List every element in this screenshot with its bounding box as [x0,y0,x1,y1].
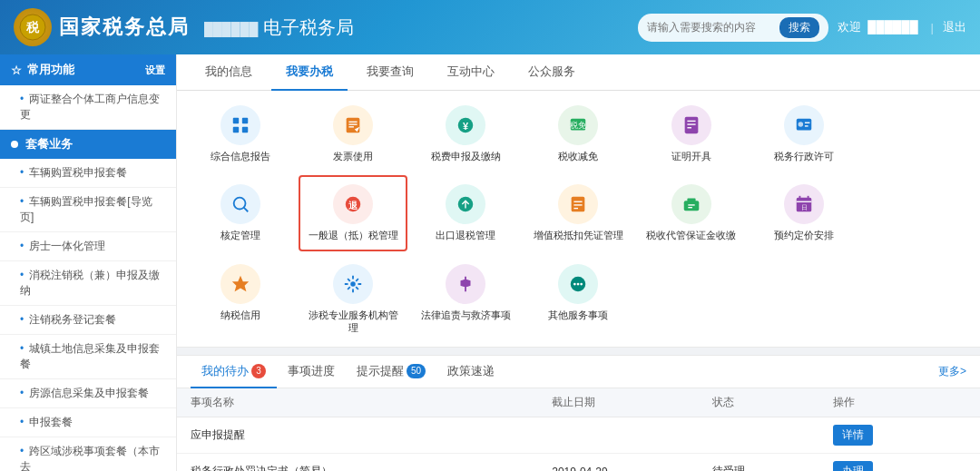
tax-deposit-label: 税收代管保证金收缴 [646,229,736,241]
svg-text:退: 退 [348,201,358,211]
todo-badge-reminder: 50 [407,364,426,378]
row2-name: 税务行政处罚决定书（简易） [177,454,538,471]
svg-rect-15 [684,117,698,133]
col-header-status: 状态 [699,388,819,417]
sidebar-item-vehicle2[interactable]: •车辆购置税申报套餐[导览页] [0,188,176,232]
row2-action-btn[interactable]: 办理 [833,461,873,471]
tab-my-info[interactable]: 我的信息 [191,54,267,91]
credit-icon [220,264,260,304]
svg-text:税: 税 [25,20,40,34]
service-export-refund[interactable]: 出口退税管理 [411,175,520,250]
sidebar-item-urban[interactable]: •城镇土地信息采集及申报套餐 [0,335,176,379]
todo-table: 事项名称 截止日期 状态 操作 应申报提醒 详情 [177,388,980,471]
row1-action-btn[interactable]: 详情 [833,425,873,446]
sidebar-section-package[interactable]: 套餐业务 [0,130,176,159]
service-tax-refund[interactable]: 退 一般退（抵）税管理 [299,175,407,250]
todo-badge-my: 3 [251,364,266,378]
service-cert[interactable]: 证明开具 [637,96,746,172]
service-legal[interactable]: 法律追责与救济事项 [411,255,520,344]
row1-date [538,417,699,454]
sidebar-item-vehicle1[interactable]: •车辆购置税申报套餐 [0,159,176,188]
service-agency[interactable]: 涉税专业服务机构管理 [299,255,407,344]
service-vat-mgmt[interactable]: 增值税抵扣凭证管理 [524,175,632,250]
service-credit[interactable]: 纳税信用 [186,255,295,344]
tax-deposit-icon [671,184,711,224]
service-verify[interactable]: 核定管理 [186,175,295,250]
sidebar-item-declare[interactable]: •申报套餐 [0,408,176,437]
verify-icon [220,184,260,224]
tab-public[interactable]: 公众服务 [514,54,590,91]
comprehensive-icon [220,105,260,145]
legal-label: 法律追责与救济事项 [421,309,511,321]
svg-point-45 [577,282,580,285]
credit-label: 纳税信用 [220,309,260,321]
invoice-icon [333,105,373,145]
sidebar: ☆ 常用功能 设置 •两证整合个体工商户信息变更 套餐业务 •车辆购置税申报套餐… [0,54,177,471]
bullet-icon: • [20,387,24,399]
sidebar-item-housing[interactable]: •房士一体化管理 [0,232,176,261]
tab-my-query[interactable]: 我要查询 [352,54,428,91]
bullet-icon: • [20,166,24,179]
bullet-icon: • [20,269,24,281]
logout-link[interactable]: 退出 [943,19,966,35]
service-appointment[interactable]: 日 预约定价安排 [750,175,858,250]
bullet-icon: • [20,93,24,105]
search-input[interactable] [647,21,774,34]
search-button[interactable]: 搜索 [779,17,819,38]
svg-point-46 [581,282,583,285]
row2-action: 办理 [819,454,980,471]
comprehensive-label: 综合信息报告 [211,150,270,162]
verify-label: 核定管理 [220,229,260,241]
permit-icon [784,105,824,145]
sidebar-item-cancel[interactable]: •注销税务登记套餐 [0,306,176,335]
more-link[interactable]: 更多> [938,364,966,379]
service-tax-deposit[interactable]: 税收代管保证金收缴 [637,175,746,250]
permit-label: 税务行政许可 [774,150,834,162]
row1-name: 应申报提醒 [177,417,538,454]
bullet-icon: • [20,240,24,252]
todo-tabs: 我的待办 3 事项进度 提示提醒 50 政策速递 更多> [177,356,980,388]
sidebar-star-icon: ☆ [11,64,22,77]
cert-label: 证明开具 [671,150,711,162]
logo-emblem: 税 [14,8,52,46]
service-invoice[interactable]: 发票使用 [299,96,407,172]
export-refund-icon [446,184,485,224]
todo-tab-policy[interactable]: 政策速递 [436,356,505,388]
package-label: 套餐业务 [25,136,73,152]
content-area: 我的信息 我要办税 我要查询 互动中心 公众服务 综合信息报告 [177,54,980,471]
svg-point-20 [798,122,803,127]
tax-reduce-label: 税收减免 [558,150,598,162]
tax-declare-label: 税费申报及缴纳 [431,150,501,162]
settings-link[interactable]: 设置 [145,64,165,77]
sidebar-section-common[interactable]: ☆ 常用功能 设置 [0,54,176,85]
service-permit[interactable]: 税务行政许可 [750,96,858,172]
invoice-label: 发票使用 [333,150,373,162]
svg-text:税免: 税免 [570,121,586,130]
bullet-icon: • [20,445,24,457]
tab-interaction[interactable]: 互动中心 [433,54,509,91]
bullet-icon: • [20,342,24,355]
search-box: 搜索 [638,14,828,42]
vat-label: 增值税抵扣凭证管理 [534,229,623,241]
todo-tab-my-todo[interactable]: 我的待办 3 [191,356,277,388]
todo-tab-progress[interactable]: 事项进度 [277,356,346,388]
service-tax-declare[interactable]: ¥ 税费申报及缴纳 [411,96,520,172]
svg-point-44 [573,282,576,285]
service-tax-reduce[interactable]: 税免 税收减免 [524,96,632,172]
svg-rect-33 [687,199,695,203]
sidebar-item-bizheng[interactable]: •两证整合个体工商户信息变更 [0,85,176,130]
col-header-name: 事项名称 [177,388,538,417]
nav-tabs: 我的信息 我要办税 我要查询 互动中心 公众服务 [177,54,980,91]
row2-status: 待受理 [699,454,819,471]
header-right: 搜索 欢迎 ██████ | 退出 [638,14,966,42]
sidebar-item-housing2[interactable]: •房源信息采集及申报套餐 [0,379,176,408]
service-other[interactable]: 其他服务事项 [524,255,632,344]
header-title: 国家税务总局 [59,14,190,41]
sidebar-item-consume[interactable]: •消税注销税（兼）申报及缴纳 [0,261,176,306]
tab-my-task[interactable]: 我要办税 [271,54,348,91]
todo-tab-reminder[interactable]: 提示提醒 50 [346,356,436,388]
legal-icon [446,264,485,304]
service-comprehensive[interactable]: 综合信息报告 [186,96,295,172]
svg-point-42 [350,281,356,287]
sidebar-item-cross1[interactable]: •跨区域涉税事项套餐（本市去 [0,437,176,471]
